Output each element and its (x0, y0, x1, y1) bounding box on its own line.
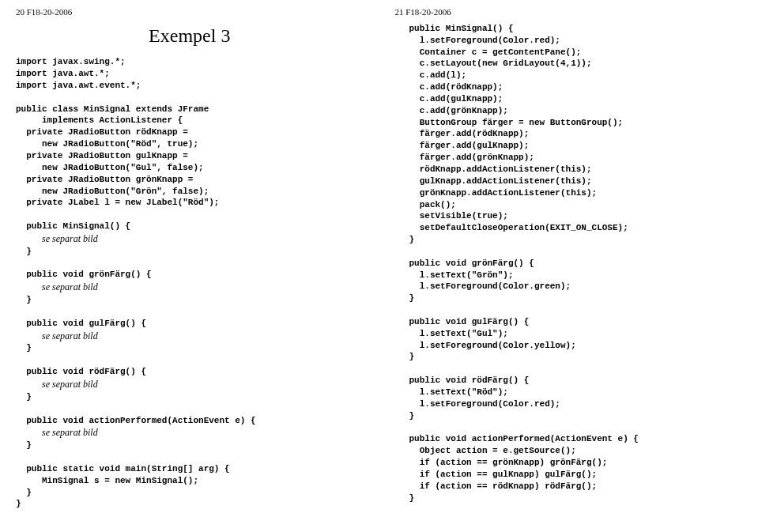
italic-text-1: se separat bild (42, 233, 98, 244)
example-title: Exempel 3 (16, 23, 364, 48)
left-code-block-3: } public void gulFärg() { (16, 294, 364, 330)
left-page: 20 F18-20-2006 Exempel 3 import javax.sw… (0, 0, 379, 532)
left-code-block-6: } public static void main(String[] arg) … (16, 440, 364, 510)
italic-text-2: se separat bild (42, 281, 98, 292)
left-page-header: 20 F18-20-2006 (16, 6, 364, 18)
page-container: 20 F18-20-2006 Exempel 3 import javax.sw… (0, 0, 758, 532)
left-code-block-1: import javax.swing.*; import java.awt.*;… (16, 56, 364, 232)
italic-text-3: se separat bild (42, 330, 98, 341)
left-italic-1-wrap: se separat bild (16, 232, 364, 246)
right-code-block: public MinSignal() { l.setForeground(Col… (395, 23, 743, 504)
right-page-header: 21 F18-20-2006 (395, 6, 743, 18)
left-code-block-2: } public void grönFärg() { (16, 246, 364, 281)
right-page: 21 F18-20-2006 public MinSignal() { l.se… (379, 0, 759, 532)
left-italic-3-wrap: se separat bild (16, 330, 364, 343)
left-code-block-4: } public void rödFärg() { (16, 342, 364, 378)
left-code-block-5: } public void actionPerformed(ActionEven… (16, 391, 364, 427)
italic-text-5: se separat bild (42, 427, 98, 438)
left-italic-2-wrap: se separat bild (16, 281, 364, 294)
left-italic-5-wrap: se separat bild (16, 426, 364, 440)
italic-text-4: se separat bild (42, 379, 98, 390)
left-italic-4-wrap: se separat bild (16, 378, 364, 391)
